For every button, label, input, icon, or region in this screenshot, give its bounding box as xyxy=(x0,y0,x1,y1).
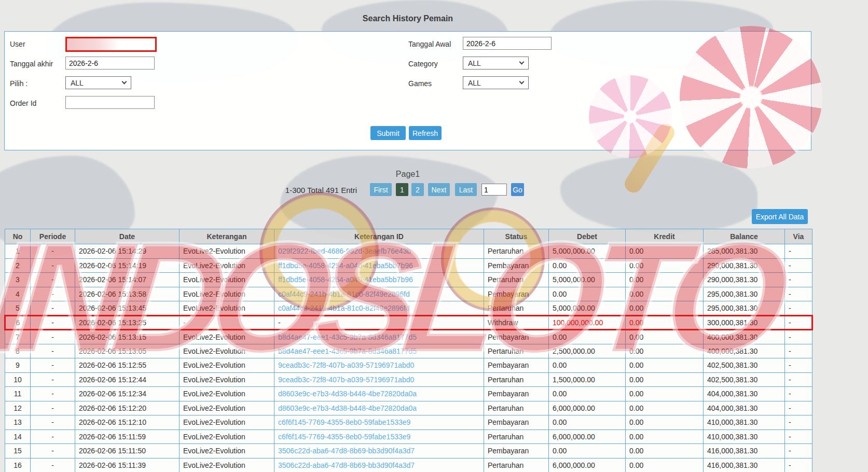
table-row: 15-2026-02-06 15:11:50EvoLive2-Evolution… xyxy=(5,444,812,459)
cell-keterangan-id[interactable]: d8603e9c-e7b3-4d38-b448-4be72820da0a xyxy=(274,387,484,401)
cell-keterangan-id[interactable]: c0af44c9-241b-4b1a-81c0-82f49e2896fd xyxy=(274,301,484,316)
keterangan-id-link[interactable]: c0af44c9-241b-4b1a-81c0-82f49e2896fd xyxy=(278,290,410,298)
keterangan-id-link[interactable]: c6f6f145-7769-4355-8eb0-59fabe1533e9 xyxy=(278,433,410,441)
cell-keterangan-id[interactable]: 9ceadb3c-72f8-407b-a039-57196971abd0 xyxy=(274,372,484,387)
table-row: 11-2026-02-06 15:12:34EvoLive2-Evolution… xyxy=(5,387,812,401)
pagination-last-button[interactable]: Last xyxy=(455,183,477,196)
keterangan-id-link[interactable]: b8d4ae47-eee1-43c5-9b7a-8d346a8177d5 xyxy=(278,347,417,355)
cell-no: 5 xyxy=(5,301,31,316)
pagination-next-button[interactable]: Next xyxy=(428,183,450,196)
cell-keterangan-id[interactable]: c6f6f145-7769-4355-8eb0-59fabe1533e9 xyxy=(274,415,484,430)
cell-keterangan: EvoLive2-Evolution xyxy=(180,287,274,301)
tanggal-awal-input[interactable] xyxy=(463,37,552,50)
category-label: Category xyxy=(408,60,438,68)
cell-balance: 295,000,381.30 xyxy=(704,287,785,301)
keterangan-id-link[interactable]: b8d4ae47-eee1-43c5-9b7a-8d346a8177d5 xyxy=(278,333,417,341)
cell-via: - xyxy=(785,273,812,287)
keterangan-id-link[interactable]: 3506c22d-aba6-47d8-8b69-bb3d90f4a3d7 xyxy=(278,461,415,469)
keterangan-id-link[interactable]: 3506c22d-aba6-47d8-8b69-bb3d90f4a3d7 xyxy=(278,447,415,455)
cell-kredit: 0.00 xyxy=(626,273,704,287)
pagination-go-button[interactable]: Go xyxy=(511,183,524,196)
cell-balance: 300,000,381.30 xyxy=(704,315,785,330)
cell-kredit: 0.00 xyxy=(626,401,704,415)
cell-kredit: 0.00 xyxy=(626,387,704,401)
cell-no: 12 xyxy=(5,401,31,415)
cell-keterangan-id[interactable]: 3506c22d-aba6-47d8-8b69-bb3d90f4a3d7 xyxy=(274,444,484,459)
cell-keterangan-id[interactable]: ff1dbd5e-4058-4254-a040-41eba5bb7b96 xyxy=(274,273,484,287)
chevron-down-icon xyxy=(122,79,127,85)
pagination-goto-input[interactable] xyxy=(481,184,507,196)
games-select[interactable]: ALL xyxy=(463,76,529,89)
column-header-balance: Balance xyxy=(704,229,785,244)
cell-debet: 5,000,000.00 xyxy=(549,244,626,259)
cell-kredit: 0.00 xyxy=(626,330,704,344)
pagination-page-1-button[interactable]: 1 xyxy=(396,183,408,196)
cell-debet: 0.00 xyxy=(549,444,626,459)
cell-via: - xyxy=(785,344,812,358)
tanggal-awal-label: Tanggal Awal xyxy=(408,40,451,48)
cell-via: - xyxy=(785,415,812,430)
keterangan-id-link[interactable]: ff1dbd5e-4058-4254-a040-41eba5bb7b96 xyxy=(278,261,413,270)
table-row: 9-2026-02-06 15:12:55EvoLive2-Evolution9… xyxy=(5,358,812,373)
games-select-value: ALL xyxy=(468,79,481,87)
keterangan-id-link[interactable]: 029f2922-fbed-4686-992d-3eaefb76e43b xyxy=(278,247,411,255)
keterangan-id-link[interactable]: ff1dbd5e-4058-4254-a040-41eba5bb7b96 xyxy=(278,275,413,284)
pagination-first-button[interactable]: First xyxy=(370,183,392,196)
table-row: 14-2026-02-06 15:11:59EvoLive2-Evolution… xyxy=(5,429,812,444)
cell-keterangan-id[interactable]: 9ceadb3c-72f8-407b-a039-57196971abd0 xyxy=(274,358,484,373)
chevron-down-icon xyxy=(519,60,525,65)
cell-keterangan-id[interactable]: b8d4ae47-eee1-43c5-9b7a-8d346a8177d5 xyxy=(274,344,484,358)
keterangan-id-link[interactable]: c6f6f145-7769-4355-8eb0-59fabe1533e9 xyxy=(278,418,410,426)
cell-keterangan-id[interactable]: c6f6f145-7769-4355-8eb0-59fabe1533e9 xyxy=(274,429,484,444)
cell-keterangan-id[interactable]: d8603e9c-e7b3-4d38-b448-4be72820da0a xyxy=(274,401,484,415)
cell-keterangan-id[interactable]: c0af44c9-241b-4b1a-81c0-82f49e2896fd xyxy=(274,287,484,301)
cell-balance: 410,000,381.30 xyxy=(704,429,785,444)
cell-status: Pertaruhan xyxy=(484,273,549,287)
pagination-page-2-button[interactable]: 2 xyxy=(411,183,424,196)
cell-keterangan: EvoLive2-Evolution xyxy=(180,401,274,415)
cell-no: 2 xyxy=(5,258,31,273)
cell-status: Pembayaran xyxy=(484,444,549,459)
cell-balance: 404,000,381.30 xyxy=(704,401,785,415)
cell-no: 7 xyxy=(5,330,31,344)
order-id-input[interactable] xyxy=(65,96,155,109)
cell-keterangan-id[interactable]: 029f2922-fbed-4686-992d-3eaefb76e43b xyxy=(274,244,484,259)
cell-date: 2026-02-06 15:13:45 xyxy=(75,301,180,316)
keterangan-id-link[interactable]: c0af44c9-241b-4b1a-81c0-82f49e2896fd xyxy=(278,304,410,312)
cell-debet: 5,000,000.00 xyxy=(549,273,626,287)
keterangan-id-link[interactable]: 9ceadb3c-72f8-407b-a039-57196971abd0 xyxy=(278,361,414,369)
pilih-select[interactable]: ALL xyxy=(65,76,131,89)
keterangan-id-link[interactable]: d8603e9c-e7b3-4d38-b448-4be72820da0a xyxy=(278,390,417,398)
cell-balance: 400,000,381.30 xyxy=(704,330,785,344)
cell-keterangan-id: - xyxy=(274,315,484,330)
user-input[interactable] xyxy=(65,37,157,52)
cell-keterangan: EvoLive2-Evolution xyxy=(180,258,274,273)
tanggal-akhir-input[interactable] xyxy=(65,57,155,70)
keterangan-id-link[interactable]: d8603e9c-e7b3-4d38-b448-4be72820da0a xyxy=(278,404,417,412)
keterangan-id-link[interactable]: 9ceadb3c-72f8-407b-a039-57196971abd0 xyxy=(278,376,414,384)
column-header-keterangan: Keterangan xyxy=(180,229,274,244)
cell-keterangan-id[interactable]: ff1dbd5e-4058-4254-a040-41eba5bb7b96 xyxy=(274,258,484,273)
cell-keterangan: EvoLive2-Evolution xyxy=(180,301,274,316)
cell-keterangan-id[interactable]: b8d4ae47-eee1-43c5-9b7a-8d346a8177d5 xyxy=(274,330,484,344)
cell-no: 16 xyxy=(5,458,31,472)
cell-keterangan: EvoLive2-Evolution xyxy=(180,330,274,344)
cell-via: - xyxy=(785,287,812,301)
pilih-label: Pilih : xyxy=(10,79,27,88)
cell-date: 2026-02-06 15:13:15 xyxy=(75,330,180,344)
cell-balance: 410,000,381.30 xyxy=(704,415,785,430)
cell-debet: 100,000,000.00 xyxy=(549,315,626,330)
table-header-row: NoPeriodeDateKeteranganKeterangan IDStat… xyxy=(5,229,812,244)
cell-periode: - xyxy=(31,387,75,401)
cell-via: - xyxy=(785,301,812,316)
cell-periode: - xyxy=(31,401,75,415)
pilih-select-value: ALL xyxy=(71,79,84,87)
cell-periode: - xyxy=(31,372,75,387)
cell-via: - xyxy=(785,315,812,330)
export-all-data-button[interactable]: Export All Data xyxy=(752,209,808,224)
submit-button[interactable]: Submit xyxy=(370,126,406,140)
user-label: User xyxy=(10,40,25,48)
cell-keterangan-id[interactable]: 3506c22d-aba6-47d8-8b69-bb3d90f4a3d7 xyxy=(274,458,484,472)
category-select[interactable]: ALL xyxy=(463,57,529,70)
refresh-button[interactable]: Refresh xyxy=(409,126,442,140)
